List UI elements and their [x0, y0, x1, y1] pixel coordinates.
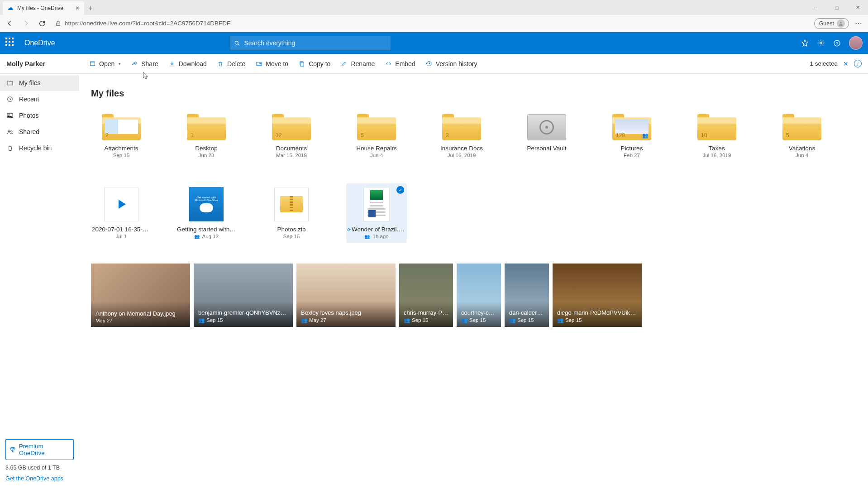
item-name: Getting started with On…: [177, 226, 236, 233]
word-icon: [368, 210, 376, 217]
minimize-button[interactable]: ─: [806, 0, 826, 15]
search-icon: [234, 40, 240, 47]
search-input[interactable]: [244, 39, 387, 47]
embed-button[interactable]: Embed: [380, 58, 420, 70]
version-history-button[interactable]: Version history: [420, 58, 482, 70]
folder-count: 1: [191, 132, 194, 139]
item-date: Sep 15: [113, 153, 129, 158]
photo-tile[interactable]: dan-calderwoo…👥Sep 15: [505, 264, 549, 327]
open-icon: [89, 60, 96, 67]
folder-item[interactable]: 12DocumentsMar 15, 2019: [261, 110, 322, 162]
url-scheme: https://: [65, 20, 83, 27]
folder-item[interactable]: 1DesktopJun 23: [176, 110, 237, 162]
sidebar-item-recyclebin[interactable]: Recycle bin: [0, 140, 79, 156]
item-date: Jul 16, 2019: [703, 153, 731, 158]
browser-tab[interactable]: My files - OneDrive ✕: [3, 1, 84, 15]
guest-avatar-icon: [837, 19, 845, 28]
photo-name: Bexley loves naps.jpeg: [301, 309, 391, 316]
shared-badge-icon: 👥: [301, 317, 307, 323]
photo-tile[interactable]: Bexley loves naps.jpeg👥May 27: [296, 264, 396, 327]
sidebar-item-shared[interactable]: Shared: [0, 124, 79, 140]
folder-item[interactable]: 3Insurance DocsJul 16, 2019: [431, 110, 492, 162]
sidebar-item-label: Shared: [19, 128, 39, 135]
selected-check-icon: ✓: [396, 186, 404, 194]
rename-button[interactable]: Rename: [335, 58, 380, 70]
move-icon: [255, 60, 262, 67]
photo-name: dan-calderwoo…: [509, 309, 544, 316]
file-item[interactable]: Photos.zipSep 15: [261, 183, 322, 243]
chevron-down-icon: ▾: [119, 62, 121, 66]
app-brand[interactable]: OneDrive: [24, 39, 55, 47]
getstarted-thumb: Get started withMicrosoft OneDrive: [189, 187, 224, 221]
item-name: Pictures: [621, 145, 643, 152]
browser-menu-button[interactable]: ⋯: [852, 19, 865, 28]
lock-icon: [55, 20, 61, 26]
svg-text:?: ?: [836, 41, 838, 46]
back-button[interactable]: [3, 17, 16, 30]
shared-badge-icon: 👥: [198, 317, 205, 323]
play-icon: [119, 200, 126, 209]
photo-tile[interactable]: courtney-cook-…👥Sep 15: [457, 264, 501, 327]
search-box[interactable]: [230, 36, 391, 50]
item-date: Sep 15: [283, 234, 300, 239]
vault-icon: [527, 114, 566, 140]
photos-icon: [6, 112, 14, 119]
folder-count: 5: [361, 132, 364, 139]
app-header: OneDrive ?: [0, 32, 868, 54]
sidebar-item-photos[interactable]: Photos: [0, 107, 79, 124]
photo-tile[interactable]: benjamin-gremler-qONhYBVNz1c-unspla…👥Sep…: [194, 264, 293, 327]
folder-item[interactable]: 5VacationsJun 4: [772, 110, 832, 162]
download-button[interactable]: Download: [163, 58, 212, 70]
forward-button[interactable]: [19, 17, 33, 30]
sidebar-item-recent[interactable]: Recent: [0, 91, 79, 107]
file-item[interactable]: Get started withMicrosoft OneDriveGettin…: [176, 183, 237, 243]
folder-item[interactable]: Personal Vault: [516, 110, 577, 162]
shared-badge-icon: 👥: [557, 317, 563, 323]
user-avatar[interactable]: [849, 36, 863, 50]
photo-tile[interactable]: Anthony on Memorial Day.jpegMay 27: [91, 264, 190, 327]
svg-point-11: [8, 130, 10, 132]
maximize-button[interactable]: □: [826, 0, 847, 15]
docx-thumb: [363, 187, 390, 221]
open-button[interactable]: Open▾: [84, 58, 126, 70]
sidebar-item-myfiles[interactable]: My files: [0, 75, 79, 91]
photo-tile[interactable]: diego-marin-PeDMdPVVUik-unsplas…👥Sep 15: [553, 264, 642, 327]
folder-icon: 1: [187, 114, 226, 140]
share-button[interactable]: Share: [126, 58, 163, 70]
close-window-button[interactable]: ✕: [847, 0, 868, 15]
folder-icon: 5: [357, 114, 396, 140]
close-tab-icon[interactable]: ✕: [75, 5, 80, 11]
settings-icon[interactable]: [817, 39, 825, 47]
folder-item[interactable]: 128👥PicturesFeb 27: [601, 110, 662, 162]
delete-button[interactable]: Delete: [212, 58, 250, 70]
item-name: Desktop: [195, 145, 218, 152]
help-icon[interactable]: ?: [833, 39, 841, 47]
photo-tile[interactable]: chris-murray-PXVQ…👥Sep 15: [399, 264, 453, 327]
shared-badge-icon: 👥: [461, 317, 467, 323]
photo-date: May 27: [95, 318, 186, 323]
new-tab-button[interactable]: +: [84, 1, 97, 15]
file-item[interactable]: 2020-07-01 16-35-10.m…Jul 1: [91, 183, 152, 243]
info-button[interactable]: i: [854, 60, 862, 67]
premium-button[interactable]: Premium OneDrive: [5, 439, 74, 460]
move-button[interactable]: Move to: [250, 58, 293, 70]
clear-selection-button[interactable]: ✕: [843, 60, 849, 67]
svg-point-2: [820, 42, 822, 44]
file-item[interactable]: ✓⟳Wonder of Brazil.docx👥 1h ago: [346, 183, 407, 243]
item-name: Photos.zip: [277, 226, 305, 233]
item-name: Insurance Docs: [440, 145, 483, 152]
svg-point-1: [235, 41, 238, 44]
folder-item[interactable]: 10TaxesJul 16, 2019: [687, 110, 747, 162]
folder-item[interactable]: 5House RepairsJun 4: [346, 110, 407, 162]
profile-button[interactable]: Guest: [814, 18, 849, 29]
premium-icon[interactable]: [801, 39, 809, 47]
get-apps-link[interactable]: Get the OneDrive apps: [5, 475, 74, 482]
address-bar[interactable]: https://onedrive.live.com/?id=root&cid=2…: [52, 17, 811, 30]
item-name: Documents: [276, 145, 307, 152]
refresh-button[interactable]: [35, 17, 49, 30]
folder-item[interactable]: 2AttachmentsSep 15: [91, 110, 152, 162]
zip-thumb: [274, 187, 309, 221]
copy-button[interactable]: Copy to: [293, 58, 335, 70]
app-launcher-icon[interactable]: [5, 38, 16, 48]
item-date: Mar 15, 2019: [276, 153, 307, 158]
